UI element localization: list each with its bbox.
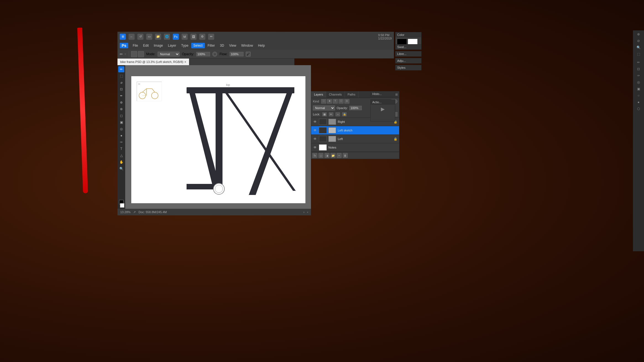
- far-right-btn-6[interactable]: ⊡: [636, 66, 641, 72]
- healing-tool-button[interactable]: ⊕: [118, 99, 124, 105]
- dodge-tool-button[interactable]: ●: [118, 133, 124, 139]
- folder-button[interactable]: 📁: [155, 34, 161, 40]
- swatches-panel-header[interactable]: Swat...: [396, 44, 421, 49]
- visibility-eye-right[interactable]: 👁: [313, 120, 317, 124]
- far-right-btn-5[interactable]: ✏: [636, 60, 641, 65]
- settings-button[interactable]: ⚙: [199, 34, 205, 40]
- smartobj-filter[interactable]: ◎: [344, 99, 349, 104]
- back-button[interactable]: ←: [129, 34, 135, 40]
- shape-tool-button[interactable]: △: [118, 152, 124, 158]
- export-icon[interactable]: ↗: [133, 210, 136, 214]
- styles-panel: Styles: [395, 65, 422, 70]
- visibility-eye-sketch[interactable]: 👁: [313, 128, 317, 133]
- background-color[interactable]: [120, 203, 124, 208]
- text-tool-button[interactable]: T: [118, 146, 124, 152]
- far-right-btn-4[interactable]: ⬚: [636, 51, 641, 57]
- layer-left[interactable]: 👁 Left 🔒: [311, 135, 399, 143]
- layer-fx-button[interactable]: fx: [312, 153, 317, 158]
- menu-layer[interactable]: Layer: [166, 43, 179, 48]
- tab-close-button[interactable]: ×: [184, 60, 186, 64]
- document-tab[interactable]: bike frame.PSD @ 13.3% (Left sketch, RGB…: [117, 59, 189, 65]
- zoom-tool-button[interactable]: 🔍: [118, 166, 124, 172]
- far-right-btn-2[interactable]: ⊘: [636, 38, 641, 44]
- photoshop-taskbar-icon[interactable]: Ps: [173, 34, 179, 40]
- far-right-btn-7[interactable]: ✑: [636, 73, 641, 78]
- layer-notes[interactable]: 👁 Notes: [311, 143, 399, 152]
- gradient-tool-button[interactable]: ▣: [118, 119, 124, 125]
- layer-adjustment-button[interactable]: ◑: [324, 153, 329, 158]
- windows-button[interactable]: ⊞: [120, 34, 126, 40]
- mode-dropdown[interactable]: Normal: [158, 52, 180, 57]
- type-filter[interactable]: T: [333, 99, 338, 104]
- vector-filter[interactable]: ⬡: [339, 99, 344, 104]
- smoothing-icon[interactable]: 🖊: [246, 52, 251, 57]
- bridge-button[interactable]: 🖼: [190, 34, 197, 40]
- eraser-tool-button[interactable]: ◻: [118, 113, 124, 119]
- far-right-btn-3[interactable]: 🔍: [636, 45, 642, 50]
- muse-button[interactable]: M: [182, 34, 188, 40]
- lock-all-btn[interactable]: 🔒: [342, 112, 347, 116]
- layer-mask-button[interactable]: ◻: [318, 153, 323, 158]
- blend-mode-select[interactable]: Normal: [313, 105, 335, 110]
- menu-filter[interactable]: Filter: [205, 43, 217, 48]
- menu-window[interactable]: Window: [239, 43, 255, 48]
- adjustments-panel-header[interactable]: Adju...: [396, 58, 421, 63]
- lock-image-btn[interactable]: ✏: [329, 112, 333, 116]
- far-right-btn-11[interactable]: ●: [637, 99, 640, 105]
- adjustment-filter[interactable]: ◈: [327, 99, 332, 104]
- blur-tool-button[interactable]: ◎: [118, 126, 124, 132]
- far-right-btn-8[interactable]: ◎: [636, 80, 641, 85]
- canvas-area[interactable]: ✏ ⬚ ⌀ ⊡ ✒ ⊕ ⊗ ◻ ▣ ◎ ● ✑ T △ ✋ 🔍: [117, 65, 311, 209]
- styles-panel-header[interactable]: Styles: [396, 65, 421, 70]
- menu-help[interactable]: Help: [256, 43, 267, 48]
- tab-channels[interactable]: Channels: [326, 91, 345, 98]
- selection-tool-button[interactable]: ⬚: [118, 73, 124, 79]
- airbrush-icon[interactable]: ○: [212, 52, 217, 57]
- crop-tool-button[interactable]: ⊡: [118, 86, 124, 92]
- menu-select[interactable]: Select: [191, 43, 205, 48]
- menu-file[interactable]: File: [130, 43, 140, 48]
- brush-size-box[interactable]: [131, 51, 137, 57]
- actions-panel-header[interactable]: Actio...: [371, 100, 395, 105]
- far-right-btn-9[interactable]: ▣: [636, 86, 641, 92]
- menu-image[interactable]: Image: [151, 43, 165, 48]
- lasso-tool-button[interactable]: ⌀: [118, 80, 124, 86]
- far-right-btn-10[interactable]: ○: [637, 93, 640, 98]
- layer-new-button[interactable]: +: [337, 153, 342, 158]
- menu-edit[interactable]: Edit: [141, 43, 151, 48]
- color-panel-header[interactable]: Color: [396, 32, 421, 37]
- tab-paths[interactable]: Paths: [345, 91, 358, 98]
- far-right-btn-1[interactable]: ⊕: [636, 31, 641, 37]
- browser-button[interactable]: 🌐: [164, 34, 170, 40]
- scroll-right[interactable]: ›: [303, 210, 305, 214]
- flow-input[interactable]: [230, 52, 244, 56]
- libraries-panel-header[interactable]: Libre...: [396, 51, 421, 56]
- menu-3d[interactable]: 3D: [218, 43, 226, 48]
- visibility-eye-left[interactable]: 👁: [313, 137, 317, 141]
- brush-tool-button[interactable]: ✏: [118, 66, 124, 72]
- hand-tool-button[interactable]: ✋: [118, 159, 124, 165]
- layer-left-sketch[interactable]: 👁 Left sketch: [311, 126, 399, 135]
- lock-artboard-btn[interactable]: ↔: [336, 112, 340, 116]
- window-switch-button[interactable]: ▭: [146, 34, 152, 40]
- opacity-value[interactable]: [349, 106, 362, 110]
- far-right-btn-12[interactable]: ⬡: [636, 106, 641, 112]
- brush-preset-box[interactable]: [138, 51, 144, 57]
- menu-type[interactable]: Type: [179, 43, 191, 48]
- scroll-left[interactable]: ‹: [307, 210, 308, 214]
- refresh-button[interactable]: ↺: [137, 34, 143, 40]
- menu-view[interactable]: View: [227, 43, 239, 48]
- visibility-eye-notes[interactable]: 👁: [313, 145, 317, 150]
- pen-tool-button[interactable]: ✑: [118, 139, 124, 145]
- layer-delete-button[interactable]: 🗑: [343, 153, 348, 158]
- history-panel-header[interactable]: Histo...: [371, 91, 395, 96]
- tab-layers[interactable]: Layers: [311, 91, 326, 98]
- clone-tool-button[interactable]: ⊗: [118, 106, 124, 112]
- eyedropper-tool-button[interactable]: ✒: [118, 93, 124, 99]
- lock-transparent-btn[interactable]: ▦: [322, 112, 327, 116]
- pixel-filter[interactable]: □: [321, 99, 326, 104]
- pen-button[interactable]: ✏: [208, 34, 214, 40]
- opacity-input[interactable]: [196, 52, 210, 56]
- play-button[interactable]: ▶: [371, 105, 395, 113]
- layer-folder-button[interactable]: 📁: [331, 153, 336, 158]
